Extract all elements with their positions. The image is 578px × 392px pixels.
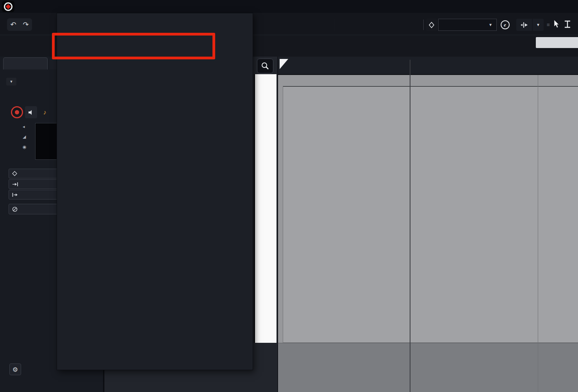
timeline-ruler[interactable] (278, 57, 578, 75)
redo-button[interactable]: ↷ (20, 18, 32, 31)
track-transport-row: ♪ (11, 106, 50, 118)
output-routing-icon (12, 192, 18, 197)
measure-3-gridline (538, 75, 538, 392)
edit-automation-settings-button[interactable]: e (499, 19, 511, 31)
locator-flag-icon[interactable] (280, 59, 289, 71)
track-lane (278, 75, 578, 343)
magnifier-icon (261, 62, 269, 70)
cubase-logo-icon[interactable] (2, 1, 14, 12)
zoom-tool-button[interactable] (257, 59, 273, 73)
input-routing-icon (12, 182, 18, 187)
toolbar-divider (423, 20, 424, 30)
auto-scroll-button[interactable] (516, 19, 532, 31)
audio-waveform (283, 86, 578, 342)
record-enable-icon[interactable] (11, 106, 23, 118)
automation-buttons-group (334, 19, 335, 31)
empty-lane-area (278, 343, 578, 392)
preset-diamond-icon (12, 171, 17, 176)
cubase-project-window: ↶ ↷ ▼ e ▼ = (0, 0, 578, 392)
tool-buttons: = (547, 19, 572, 31)
menu-bar (0, 0, 578, 13)
automation-mode-select[interactable]: ▼ (438, 19, 497, 31)
chevron-down-icon: ▼ (489, 23, 492, 27)
auto-scroll-options-button[interactable]: ▼ (533, 19, 544, 31)
project-menu (57, 13, 253, 370)
tab-inspector[interactable] (3, 57, 48, 69)
grip-icon: = (547, 22, 550, 28)
musical-mode-icon[interactable]: ♪ (39, 107, 50, 118)
measure-2-gridline (410, 60, 410, 392)
audio-event-voc-01[interactable] (283, 86, 578, 343)
monitor-button[interactable] (25, 106, 37, 118)
e-icon: e (501, 20, 510, 29)
pan-icon[interactable]: ◉ (23, 145, 27, 149)
inspector-settings-button[interactable]: ⚙ (9, 363, 21, 375)
range-selection-tool-button[interactable] (564, 20, 572, 30)
track-header: ▼ (6, 78, 20, 86)
automation-panel-icon[interactable] (426, 19, 437, 31)
object-selection-tool-button[interactable] (554, 20, 560, 30)
record-dot-icon (15, 110, 19, 114)
undo-button[interactable]: ↶ (7, 18, 20, 31)
max-record-time-display (536, 37, 578, 48)
extension-icon (12, 207, 18, 212)
fader-icon[interactable]: ◢ (23, 135, 27, 139)
track-mini-icons: ◂ ◢ ◉ (23, 125, 27, 149)
gear-icon: ⚙ (12, 366, 18, 373)
volume-icon[interactable]: ◂ (23, 125, 27, 129)
track-list-empty-area (254, 74, 277, 343)
event-display (277, 57, 578, 392)
undo-redo-group: ↶ ↷ (7, 18, 32, 31)
auto-scroll-group: ▼ (516, 19, 544, 31)
annotation-highlight-box (52, 33, 215, 59)
track-dropdown-button[interactable]: ▼ (6, 78, 16, 86)
